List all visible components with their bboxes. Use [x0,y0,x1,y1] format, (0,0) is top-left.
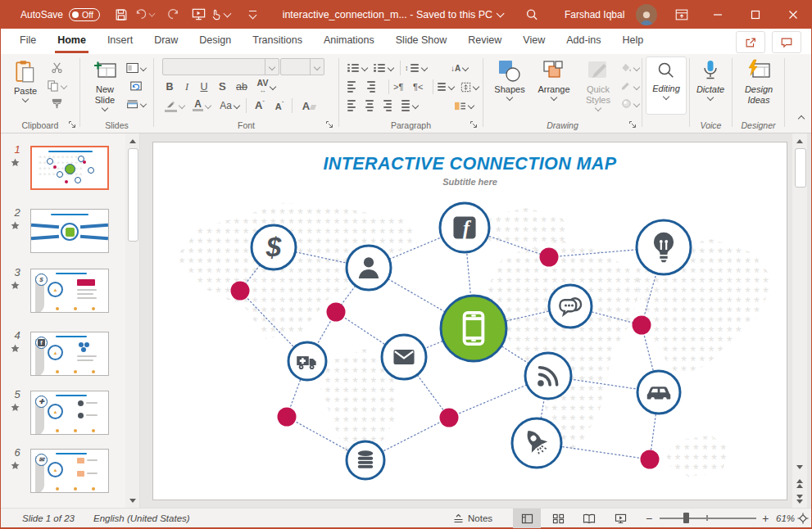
notes-button[interactable]: Notes [453,509,492,528]
shape-effects-button[interactable] [619,95,639,112]
clear-formatting-button[interactable]: A [298,97,320,114]
editing-button[interactable]: Editing [646,57,687,115]
design-ideas-button[interactable]: Design Ideas [736,57,782,106]
comments-button[interactable] [772,31,801,53]
undo-button[interactable] [134,0,155,29]
slide-subtitle[interactable]: Subtitle here [153,177,787,187]
node-database[interactable] [347,441,384,479]
bullets-button[interactable] [347,60,367,76]
thumbnail-scroll-up-button[interactable] [125,135,139,147]
connector-dot[interactable] [278,408,297,427]
node-dollar[interactable]: $ [252,225,296,269]
align-left-button[interactable] [347,97,356,114]
quick-styles-button[interactable]: Quick Styles [577,57,619,111]
strikethrough-button[interactable]: ab [233,79,251,95]
main-scroll-down-button[interactable] [792,461,807,472]
zoom-slider-track[interactable] [660,518,756,519]
left-to-right-button[interactable]: >¶ [393,79,403,95]
search-button[interactable] [521,0,542,29]
font-color-button[interactable]: A [190,97,213,114]
zoom-level[interactable]: 61% [776,509,795,528]
main-scrollbar-thumb[interactable] [795,148,806,188]
node-rss[interactable] [525,353,571,399]
copy-button[interactable] [47,77,66,94]
close-button[interactable] [775,0,811,29]
slide-thumbnail-5[interactable]: ✚ ▲ [30,391,109,435]
sl ide-thumbnail-4[interactable]: f ▲ [30,332,109,376]
text-shadow-button[interactable]: S [215,79,229,95]
line-spacing-button[interactable]: ↕ [405,60,427,76]
connector-dot[interactable] [540,248,559,267]
node-rocket[interactable] [512,418,561,468]
font-size-combobox[interactable] [280,58,324,75]
fit-slide-to-window-button[interactable] [797,509,809,528]
thumbnail-scrollbar-thumb[interactable] [128,148,138,242]
main-scroll-up-button[interactable] [792,135,807,147]
zoom-slider-thumb[interactable] [683,513,689,523]
paste-button[interactable]: Paste [7,57,43,102]
font-dialog-launcher[interactable] [325,120,335,130]
previous-slide-button[interactable] [792,477,807,490]
main-scrollbar-track[interactable] [792,133,807,508]
node-bulb[interactable] [637,220,691,274]
tab-add-ins[interactable]: Add-ins [556,29,611,54]
node-car[interactable] [637,371,680,414]
zoom-out-button[interactable]: − [643,509,655,528]
bold-button[interactable]: B [162,79,177,95]
change-case-button[interactable]: Aa [216,97,243,114]
character-spacing-button[interactable]: AV↔ [254,79,279,95]
tab-help[interactable]: Help [612,29,655,54]
font-name-combobox[interactable] [162,58,279,75]
tab-slide-show[interactable]: Slide Show [385,29,458,54]
connector-dot[interactable] [231,282,250,301]
highlight-color-button[interactable] [162,97,187,114]
ribbon-display-options-button[interactable] [671,0,692,29]
text-direction-button[interactable]: ↓A [451,60,468,76]
paragraph-dialog-launcher[interactable] [470,120,479,130]
tab-home[interactable]: Home [47,29,97,54]
shape-outline-button[interactable] [619,77,639,94]
clipboard-dialog-launcher[interactable] [68,120,78,130]
tab-file[interactable]: File [9,29,47,54]
numbering-button[interactable] [374,60,393,76]
connector-dot[interactable] [327,303,346,322]
right-to-left-button[interactable]: ¶< [413,79,423,95]
columns-button[interactable] [438,79,454,95]
node-person[interactable] [347,246,391,290]
normal-view-button[interactable] [513,509,541,528]
align-right-button[interactable] [383,97,392,114]
slide-indicator[interactable]: Slide 1 of 23 [22,509,75,528]
tab-insert[interactable]: Insert [97,29,143,54]
reset-slide-button[interactable] [126,77,146,94]
node-chat[interactable] [549,285,592,328]
shapes-button[interactable]: Shapes [488,57,531,100]
tab-transitions[interactable]: Transitions [242,29,313,54]
justify-button[interactable] [401,97,418,114]
italic-button[interactable]: I [180,79,193,95]
account-avatar[interactable] [636,0,657,29]
connector-dot[interactable] [440,409,459,427]
slide-canvas[interactable]: ****************************************… [152,142,787,500]
save-button[interactable] [111,0,132,29]
cut-button[interactable] [47,59,66,76]
slide-thumbnail-3[interactable]: $ ▲ [30,269,109,313]
underline-button[interactable]: U [197,79,211,95]
start-presentation-button[interactable] [188,0,209,29]
document-title[interactable]: interactive_connection_m... - Saved to t… [283,0,503,29]
quick-access-overflow-button[interactable] [242,0,263,29]
tab-design[interactable]: Design [188,29,242,54]
share-button[interactable] [736,31,765,53]
node-mail[interactable] [382,335,426,379]
arrange-button[interactable]: Arrange [533,57,575,100]
account-name[interactable]: Farshad Iqbal [565,0,624,29]
thumbnail-scroll-down-button[interactable] [125,495,139,506]
slide-thumbnail-6[interactable]: ✉ ▲ [30,449,109,493]
format-painter-button[interactable] [47,95,66,112]
node-facebook[interactable]: f [440,203,489,252]
connector-dot[interactable] [641,450,660,469]
increase-indent-button[interactable] [367,79,375,95]
slide-layout-button[interactable] [126,59,146,76]
new-slide-button[interactable]: New Slide [85,57,125,111]
slide-thumbnail-2[interactable] [30,209,109,253]
connector-dot[interactable] [633,316,651,335]
